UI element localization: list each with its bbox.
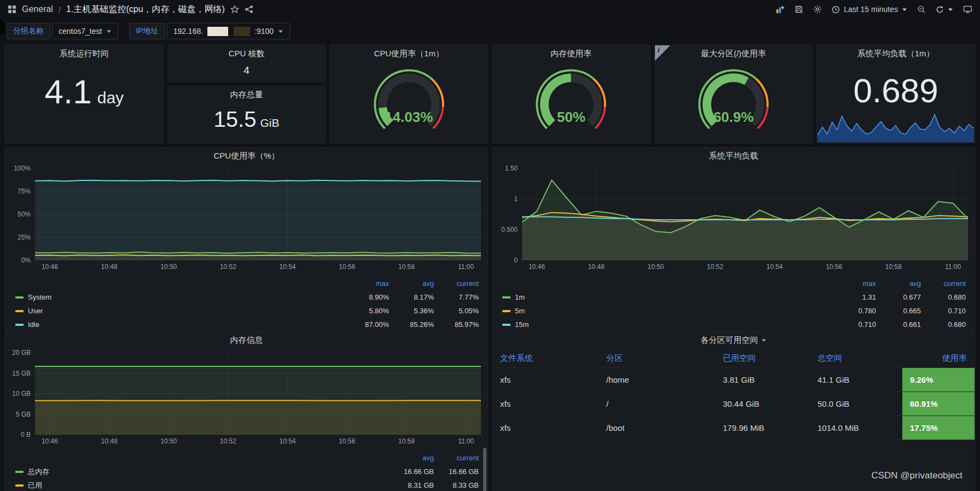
panel-title[interactable]: 内存信息 (5, 332, 488, 348)
refresh-button[interactable] (936, 5, 953, 14)
panel-menu-caret-icon[interactable] (761, 338, 767, 342)
table-cell: 60.91% (902, 392, 975, 416)
x-tick-label: 10:54 (767, 263, 783, 271)
table-cell: 3.81 GiB (715, 368, 810, 391)
redacted-ip-part (234, 27, 250, 36)
legend-item[interactable]: 1m (502, 290, 831, 304)
panel-title[interactable]: 系统平均负载 (492, 148, 975, 164)
table-header-0[interactable]: 文件系统 (492, 349, 599, 367)
panel-title[interactable]: 内存总量 (168, 86, 326, 103)
legend-col-max[interactable]: max (831, 277, 876, 290)
table-cell: xfs (492, 416, 599, 440)
legend-col-avg[interactable]: avg (389, 277, 434, 290)
panel-partition-usage-gauge: i 最大分区(/)使用率 60.9% (654, 45, 813, 143)
legend-value: 85.26% (389, 318, 434, 331)
table-header-2[interactable]: 已用空间 (715, 349, 810, 367)
share-icon[interactable] (245, 5, 253, 14)
legend-col-current[interactable]: current (921, 277, 966, 290)
chart-plot[interactable] (35, 353, 481, 435)
gauge-chart (330, 62, 488, 142)
legend-value: 8.31 GB (389, 478, 434, 491)
y-axis-labels: 20 GB15 GB10 GB5 GB0 B (10, 353, 35, 435)
panel-title[interactable]: CPU 核数 (168, 45, 326, 62)
table-row: xfs/home3.81 GiB41.1 GiB9.26% (492, 368, 975, 392)
y-axis-labels: 100%75%50%25%0% (10, 168, 35, 260)
variables-bar: 分组名称 centos7_test IP地址 192.168.:9100 (0, 19, 980, 44)
panel-uptime: 系统运行时间 4.1 day (5, 45, 164, 143)
chart-plot[interactable] (522, 168, 968, 260)
x-tick-label: 11:00 (458, 437, 474, 445)
y-tick-label: 1 (514, 195, 518, 203)
panel-stack: CPU 核数 4 内存总量 15.5 GiB (167, 45, 326, 143)
panel-title[interactable]: 内存使用率 (492, 45, 650, 62)
legend-col-current[interactable]: current (434, 451, 479, 465)
x-tick-label: 10:46 (42, 263, 58, 271)
x-tick-label: 10:58 (398, 263, 415, 271)
legend-value: 16.66 GB (389, 465, 434, 478)
legend-item[interactable]: 已用 (15, 478, 389, 491)
top-nav: General / 1.主机基础监控(cpu，内存，磁盘，网络) (0, 0, 980, 19)
legend-col-avg[interactable]: avg (389, 451, 434, 465)
legend-item[interactable]: Idle (15, 318, 344, 331)
panel-info-icon[interactable]: i (655, 45, 670, 61)
table-row: xfs/boot179.96 MiB1014.0 MiB17.75% (492, 416, 975, 440)
panel-title[interactable]: 系统运行时间 (5, 45, 163, 62)
add-panel-icon[interactable] (775, 5, 785, 14)
legend-item[interactable]: System (15, 290, 344, 304)
legend-scrollbar[interactable] (483, 448, 486, 491)
chart-plot[interactable] (35, 168, 481, 260)
x-tick-label: 10:58 (398, 437, 415, 445)
partition-table-grid: 文件系统分区已用空间总空间使用率xfs/home3.81 GiB41.1 GiB… (492, 349, 975, 440)
panel-title[interactable]: 各分区可用空间 (492, 332, 975, 348)
y-tick-label: 0 B (21, 431, 31, 439)
chart-legend: maxavgcurrentSystem8.90%8.17%7.77%User5.… (15, 277, 479, 331)
legend-swatch-icon (502, 324, 511, 326)
table-cell: 179.96 MiB (715, 416, 810, 440)
x-tick-label: 10:56 (339, 437, 355, 445)
legend-value: 5.80% (344, 304, 389, 318)
legend-value: 5.05% (434, 304, 479, 318)
group-name-select[interactable]: centos7_test (52, 23, 118, 39)
dashboard-title[interactable]: 1.主机基础监控(cpu，内存，磁盘，网络) (66, 4, 225, 15)
table-cell: xfs (492, 392, 599, 416)
legend-value: 8.90% (344, 290, 389, 304)
legend-col-avg[interactable]: avg (876, 277, 921, 290)
x-tick-label: 10:52 (707, 263, 723, 271)
star-icon[interactable] (230, 5, 239, 14)
dashboard-settings-icon[interactable] (813, 5, 822, 14)
panel-cpu-cores: CPU 核数 4 (167, 45, 326, 82)
legend-value: 0.710 (921, 304, 966, 318)
legend-col-max[interactable]: max (344, 277, 389, 290)
time-range-picker[interactable]: Last 15 minutes (832, 5, 907, 14)
panel-title[interactable]: 最大分区(/)使用率 (655, 45, 813, 62)
legend-col-current[interactable]: current (434, 277, 479, 290)
table-header-1[interactable]: 分区 (599, 349, 715, 367)
chevron-down-icon (902, 8, 907, 11)
panel-title[interactable]: CPU使用率（1m） (330, 45, 488, 62)
chevron-down-icon (106, 30, 112, 33)
breadcrumb-separator: / (59, 5, 61, 14)
table-header-3[interactable]: 总空间 (810, 349, 902, 367)
panel-memory-chart: 内存信息 20 GB15 GB10 GB5 GB0 B 10:4610:4810… (5, 331, 488, 491)
zoom-out-icon[interactable] (917, 5, 926, 14)
legend-item[interactable]: 总内存 (15, 465, 389, 478)
legend-item[interactable]: User (15, 304, 344, 318)
panel-title[interactable]: CPU使用率（%） (5, 148, 488, 164)
gauge-value: 14.03% (330, 109, 488, 126)
ip-address-label: IP地址 (129, 23, 165, 39)
table-header-4[interactable]: 使用率 (902, 349, 975, 367)
legend-item[interactable]: 15m (502, 318, 831, 331)
legend-value: 8.17% (389, 290, 434, 304)
y-tick-label: 0 (514, 256, 518, 264)
redacted-ip-part (207, 27, 228, 36)
panel-title[interactable]: 系统平均负载（1m） (817, 45, 975, 62)
breadcrumb[interactable]: General (22, 4, 53, 14)
ip-address-select[interactable]: 192.168.:9100 (167, 23, 291, 39)
apps-menu-icon[interactable] (8, 5, 16, 14)
legend-value: 5.36% (389, 304, 434, 318)
table-cell: /home (599, 368, 715, 391)
legend-item[interactable]: 5m (502, 304, 831, 318)
save-dashboard-icon[interactable] (795, 5, 803, 14)
x-tick-label: 11:00 (458, 263, 474, 271)
cycle-view-icon[interactable] (963, 5, 972, 14)
